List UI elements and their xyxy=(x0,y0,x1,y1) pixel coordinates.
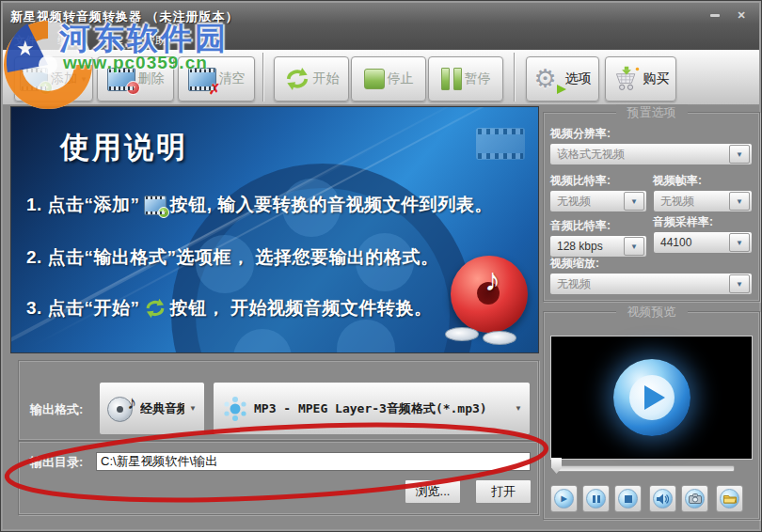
video-resolution-label: 视频分辨率: xyxy=(550,126,611,142)
options-button[interactable]: ⚙ 选项 xyxy=(526,56,599,102)
title-bar: 新星视频转音频转换器 （未注册版本） ✕ 文件 编辑 动作 帮助 xyxy=(3,3,759,50)
chevron-down-icon: ▼ xyxy=(80,75,87,84)
play-icon: ▶ xyxy=(554,489,574,509)
preset-panel-title: 预置选项 xyxy=(616,104,688,121)
start-button-label: 开始 xyxy=(313,70,340,87)
audio-bitrate-select[interactable]: 128 kbps ▼ xyxy=(549,235,647,258)
chevron-down-icon: ▼ xyxy=(189,404,197,413)
minimize-button[interactable] xyxy=(706,8,723,22)
video-bitrate-select[interactable]: 无视频 ▼ xyxy=(549,190,647,212)
film-clear-icon: ✗ xyxy=(188,68,216,91)
stop-button-label: 停止 xyxy=(388,70,414,87)
preview-play-button[interactable]: ▶ xyxy=(550,485,578,512)
instruction-step-3: 3. 点击“开始” 按钮， 开始视频音频文件转换。 xyxy=(26,296,432,321)
clear-button-label: 清空 xyxy=(219,70,246,87)
minimize-icon xyxy=(710,14,720,17)
chevron-down-icon[interactable]: ▼ xyxy=(729,274,750,293)
video-resolution-select[interactable]: 该格式无视频 ▼ xyxy=(549,143,753,165)
preview-pause-button[interactable] xyxy=(582,485,610,512)
pause-icon xyxy=(586,489,606,509)
close-button[interactable]: ✕ xyxy=(733,8,750,22)
remove-button[interactable]: − 删除 xyxy=(97,56,174,102)
chevron-down-icon[interactable]: ▼ xyxy=(624,237,644,256)
video-framerate-label: 视频帧率: xyxy=(653,173,702,189)
open-button[interactable]: 打开 xyxy=(475,479,532,504)
film-strip-icon xyxy=(476,128,525,160)
toolbar: + 添加 ▼ − 删除 ✗ 清空 开始 停止 暂停 xyxy=(3,50,759,105)
format-molecule-icon xyxy=(221,395,249,423)
chevron-down-icon[interactable]: ▼ xyxy=(729,192,750,211)
preview-panel-title: 视频预览 xyxy=(616,304,688,321)
inline-refresh-icon xyxy=(144,298,167,319)
toolbar-separator xyxy=(514,53,515,102)
audio-bitrate-label: 音频比特率: xyxy=(550,218,611,234)
output-format-label: 输出格式: xyxy=(30,401,83,418)
video-preview-panel: 视频预览 ▶ xyxy=(543,311,760,520)
menu-edit[interactable]: 编辑 xyxy=(54,32,84,50)
pause-button-label: 暂停 xyxy=(465,70,491,87)
film-remove-icon: − xyxy=(107,68,135,91)
instruction-step-2: 2. 点击“输出格式”选项框， 选择您要输出的格式。 xyxy=(26,245,438,270)
video-scale-select[interactable]: 无视频 ▼ xyxy=(549,273,753,295)
buy-button-label: 购买 xyxy=(643,70,670,87)
video-bitrate-label: 视频比特率: xyxy=(550,173,611,189)
format-select[interactable]: MP3 - MPEG Layer-3音频格式(*.mp3) ▼ xyxy=(213,382,531,435)
output-format-group: 输出格式: ♪ 经典音频 ▼ MP3 - MPEG Layer-3音频格式(*.… xyxy=(18,360,539,441)
shopping-cart-icon xyxy=(612,66,641,92)
chevron-down-icon[interactable]: ▼ xyxy=(729,145,750,164)
toolbar-separator xyxy=(262,53,263,102)
folder-icon xyxy=(720,489,739,509)
video-scale-label: 视频缩放: xyxy=(550,256,599,272)
seek-bar[interactable] xyxy=(556,465,735,472)
audio-samplerate-select[interactable]: 44100 ▼ xyxy=(653,231,753,254)
output-dir-group: 输出目录: 浏览... 打开 xyxy=(18,441,539,515)
menu-action[interactable]: 动作 xyxy=(97,32,127,50)
chevron-down-icon: ▼ xyxy=(515,404,522,413)
buy-button[interactable]: 购买 xyxy=(605,56,676,102)
stop-square-icon xyxy=(364,69,385,89)
remove-button-label: 删除 xyxy=(138,70,165,87)
add-button-label: 添加 xyxy=(51,70,77,87)
preview-snapshot-button[interactable] xyxy=(681,485,708,512)
music-disc-mascot: ♪ xyxy=(443,256,532,350)
format-category-select[interactable]: ♪ 经典音频 ▼ xyxy=(99,382,205,435)
instructions-banner: 使用说明 1. 点击“添加” + 按钮, 输入要转换的音视频文件到列表。 2. … xyxy=(10,106,539,353)
window-controls: ✕ xyxy=(706,8,750,22)
music-note-icon: ♪ xyxy=(484,261,500,298)
pause-button[interactable]: 暂停 xyxy=(428,56,503,102)
video-framerate-select[interactable]: 无视频 ▼ xyxy=(653,190,753,212)
banner-title: 使用说明 xyxy=(60,128,188,167)
audio-samplerate-label: 音频采样率: xyxy=(653,214,713,230)
cd-music-icon: ♪ xyxy=(107,395,135,423)
preview-volume-button[interactable] xyxy=(649,485,676,512)
menu-file[interactable]: 文件 xyxy=(10,32,40,50)
speaker-icon xyxy=(653,489,673,509)
preset-options-panel: 预置选项 视频分辨率: 该格式无视频 ▼ 视频比特率: 视频帧率: 无视频 ▼ … xyxy=(543,112,760,302)
chevron-down-icon[interactable]: ▼ xyxy=(729,233,750,252)
chevron-down-icon[interactable]: ▼ xyxy=(624,192,644,211)
menu-bar: 文件 编辑 动作 帮助 xyxy=(10,32,170,50)
add-button[interactable]: + 添加 ▼ xyxy=(14,56,93,102)
preview-open-folder-button[interactable] xyxy=(716,485,743,512)
menu-help[interactable]: 帮助 xyxy=(140,32,170,50)
start-button[interactable]: 开始 xyxy=(274,56,349,102)
app-window: 新星视频转音频转换器 （未注册版本） ✕ 文件 编辑 动作 帮助 + 添加 ▼ … xyxy=(0,0,762,532)
pause-bars-icon xyxy=(441,68,462,90)
media-player-logo-icon xyxy=(613,359,691,436)
browse-button[interactable]: 浏览... xyxy=(405,479,461,504)
window-title: 新星视频转音频转换器 （未注册版本） xyxy=(10,8,239,25)
preview-stop-button[interactable] xyxy=(614,485,642,512)
output-dir-input[interactable] xyxy=(96,452,531,471)
options-button-label: 选项 xyxy=(565,70,592,87)
camera-icon xyxy=(685,489,705,509)
video-preview-screen xyxy=(550,336,753,460)
film-add-icon: + xyxy=(20,68,48,91)
start-refresh-icon xyxy=(284,67,310,91)
output-dir-label: 输出目录: xyxy=(30,454,83,471)
stop-button[interactable]: 停止 xyxy=(351,56,426,102)
gear-icon: ⚙ xyxy=(534,65,563,93)
instruction-step-1: 1. 点击“添加” + 按钮, 输入要转换的音视频文件到列表。 xyxy=(26,193,493,217)
inline-film-add-icon: + xyxy=(144,196,167,215)
clear-button[interactable]: ✗ 清空 xyxy=(178,56,255,102)
stop-icon xyxy=(618,489,638,509)
